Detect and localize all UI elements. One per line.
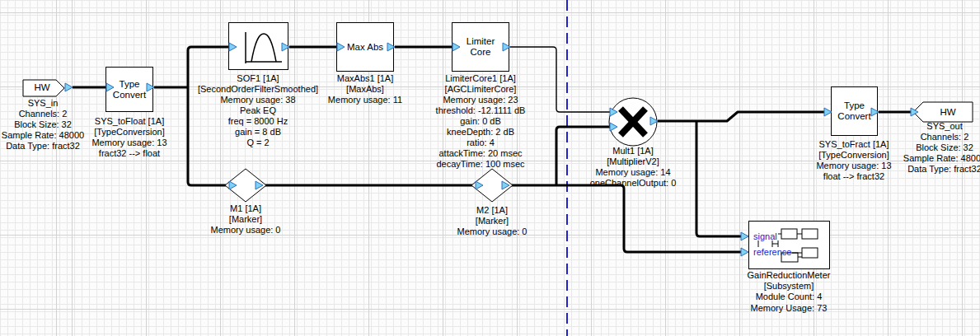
caption-line: [Subsystem] [748,281,831,292]
caption-line: Sample Rate: 48000 [2,130,84,141]
hw-input-title: HW [34,82,49,92]
input-pin-maxabs[interactable] [337,43,345,51]
input-pin-gainmeter-signal[interactable] [741,232,748,240]
caption-line: threshold: -12.1111 dB [436,105,526,116]
caption-gain-reduction-meter-memory: Memory Usage: 73 [751,303,828,314]
input-pin-sof1[interactable] [229,43,237,51]
caption-sof1: SOF1 [1A][SecondOrderFilterSmoothed]Memo… [198,73,318,148]
caption-line: SYS_in [2,98,84,109]
caption-line: GainReductionMeter [748,270,831,281]
caption-line: float --> fract32 [816,171,891,182]
caption-line: gain = 8 dB [198,127,318,138]
caption-line: [TypeConversion] [91,127,166,138]
caption-line: [MultiplierV2] [590,156,677,167]
caption-limiter-core: LimiterCore1 [1A][AGCLimiterCore]Memory … [436,73,526,170]
caption-line: gain: 0 dB [436,116,526,127]
output-pin-typeconvert-left[interactable] [147,83,154,91]
caption-line: Channels: 2 [2,109,84,119]
caption-line: SOF1 [1A] [198,73,318,84]
caption-line: Sample Rate: 48000 [903,153,980,164]
caption-line: attackTime: 20 msec [436,148,526,159]
caption-line: [TypeConversion] [816,150,891,161]
caption-line: ratio: 4 [436,138,526,148]
caption-m2: M2 [1A][Marker]Memory usage: 0 [457,205,528,237]
caption-line: Memory usage: 14 [590,167,677,178]
caption-line: Data Type: fract32 [903,164,980,175]
caption-line: Q = 2 [198,138,318,148]
caption-max-abs: MaxAbs1 [1A][MaxAbs]Memory usage: 11 [328,73,402,105]
caption-line: LimiterCore1 [1A] [436,73,526,84]
caption-line: MaxAbs1 [1A] [328,73,402,84]
port-label-reference: reference [753,248,791,257]
caption-line: Data Type: fract32 [2,141,84,152]
caption-line: fract32 --> float [91,148,166,159]
input-pin-typeconvert-right[interactable] [824,108,832,116]
wire-mult1-to-signal[interactable] [696,121,742,236]
caption-line: [AGCLimiterCore] [436,84,526,95]
caption-line: kneeDepth: 2 dB [436,127,526,138]
caption-sys-in: SYS_inChannels: 2Block Size: 32Sample Ra… [2,98,84,152]
caption-sys-out: SYS_outChannels: 2Block Size: 32Sample R… [903,121,980,175]
input-pin-typeconvert-left[interactable] [106,83,114,91]
caption-line: Memory usage: 0 [211,225,281,236]
caption-line: Channels: 2 [903,132,980,142]
caption-line: Memory usage: 38 [198,95,318,105]
caption-line: oneChannelOutput: 0 [590,178,677,189]
caption-line: Memory usage: 23 [436,95,526,105]
schematic-canvas: Type Convert Max Abs Limiter Core Type C… [0,0,980,336]
output-pin-maxabs[interactable] [387,43,395,51]
output-pin-typeconvert-right[interactable] [871,108,879,116]
input-pin-limitercore[interactable] [452,43,460,51]
output-pin-limitercore[interactable] [503,43,510,51]
caption-line: Memory usage: 13 [91,138,166,148]
caption-type-convert-left: SYS_toFloat [1A][TypeConversion]Memory u… [91,116,166,159]
caption-line: [MaxAbs] [328,84,402,95]
caption-line: Mult1 [1A] [590,146,677,156]
hw-output-title: HW [940,107,955,117]
caption-line: [SecondOrderFilterSmoothed] [198,84,318,95]
caption-line: M2 [1A] [457,205,528,216]
caption-gain-reduction-meter: GainReductionMeter[Subsystem]Module Coun… [748,270,831,302]
caption-line: Memory usage: 0 [457,226,528,237]
caption-line: decayTime: 100 msec [436,159,526,170]
caption-line: Memory usage: 11 [328,95,402,105]
caption-line: Block Size: 32 [2,119,84,130]
caption-mult1: Mult1 [1A][MultiplierV2]Memory usage: 14… [590,146,677,189]
input-pin-gainmeter-reference[interactable] [741,248,748,256]
output-pin-sof1[interactable] [282,43,289,51]
caption-line: SYS_out [903,121,980,132]
caption-line: SYS_toFloat [1A] [91,116,166,127]
caption-line: Module Count: 4 [748,292,831,302]
caption-line: [Marker] [211,214,281,225]
output-pin-sysin[interactable] [65,83,73,91]
caption-line: M1 [1A] [211,203,281,214]
caption-m1: M1 [1A][Marker]Memory usage: 0 [211,203,281,236]
wire-m2-to-reference[interactable] [509,185,742,252]
caption-line: Memory usage: 13 [816,161,891,171]
caption-line: SYS_toFract [1A] [816,139,891,150]
caption-line: Peak EQ [198,105,318,116]
caption-line: freq = 8000 Hz [198,116,318,127]
caption-line: [Marker] [457,216,528,226]
port-label-signal: signal [753,232,777,241]
caption-type-convert-right: SYS_toFract [1A][TypeConversion]Memory u… [816,139,891,182]
caption-line: Block Size: 32 [903,142,980,153]
wire-mult1-to-typeconvert[interactable] [658,112,825,121]
